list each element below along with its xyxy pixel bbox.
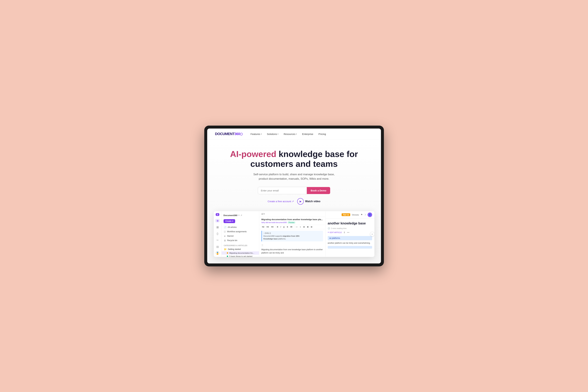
editor-content: :::(Info) () Document360 supports migrat… (259, 229, 325, 256)
screen: DOCUMENT 36 0 Features ▾ Solutions ▾ Res… (207, 128, 381, 264)
recycle-item[interactable]: 🗑 Recycle bin (222, 238, 259, 243)
nav-links: Features ▾ Solutions ▾ Resources ▾ Enter… (250, 133, 326, 136)
sidebar-icon-badge[interactable]: 🏅 (215, 251, 220, 255)
doc360-label: Document360 ▾ ↗ (224, 214, 242, 216)
sidebar-icon-grid[interactable]: ▦ (215, 226, 220, 229)
email-form: Book a Demo (215, 187, 373, 194)
toolbar-underline[interactable]: U (283, 226, 285, 228)
sidebar-icon-docs[interactable]: ▤ (215, 245, 220, 248)
preview-nav: Sign up Glossary ⚑ ☽ 👤 (325, 211, 374, 218)
drag-handle[interactable]: ⠿ (261, 243, 323, 248)
create-account-link[interactable]: Create a free account ↗ (268, 200, 294, 203)
nav-item-pricing[interactable]: Pricing (318, 133, 326, 136)
left-panel-items: 📄 All articles ☑ Workflow assignments ★ … (222, 224, 259, 243)
all-articles-item[interactable]: 📄 All articles (222, 225, 259, 230)
logo: DOCUMENT 36 0 (215, 132, 243, 136)
preview-icons: ⚑ ☽ (361, 214, 366, 216)
preview-meta: 🕐 2 mins reading time (328, 227, 372, 230)
folder-getting-started[interactable]: 📁 Getting started (222, 247, 259, 251)
editor-top-bar: v2 ▾ (259, 211, 325, 217)
toolbar-strike[interactable]: S (286, 226, 289, 228)
more-icon[interactable]: ••• (347, 231, 349, 234)
toolbar-hr[interactable]: — (295, 226, 298, 228)
left-panel: Document360 ▾ ↗ Create ▾ 📄 (222, 211, 259, 257)
avatar: 👤 (368, 212, 372, 217)
toolbar-h3[interactable]: H3 (266, 226, 270, 228)
preview-title: another knowledge base (328, 221, 372, 226)
preview-highlight-2 (328, 246, 372, 248)
hero-section: AI-powered knowledge base for customers … (207, 140, 381, 211)
article-basic[interactable]: 5 basic things to get started (222, 255, 259, 257)
preview-nav-right: Sign up Glossary ⚑ ☽ 👤 (342, 212, 372, 217)
play-icon: ▶ (297, 198, 304, 205)
article-migrating[interactable]: Migrating documentation fro... (222, 251, 259, 255)
app-preview: D ⊕ ▦ {} ✂ ▤ 🏅 Document360 ▾ ↗ (207, 211, 381, 264)
toolbar-h2[interactable]: H2 (261, 226, 265, 228)
toolbar-image[interactable]: ⊟ (310, 226, 313, 228)
hero-subtitle: Self-service platform to build, share an… (252, 172, 337, 181)
preview-content: another knowledge base 🕐 2 mins reading … (325, 218, 374, 252)
preview-panel: Sign up Glossary ⚑ ☽ 👤 another knowledge… (325, 211, 374, 257)
laptop-frame: DOCUMENT 36 0 Features ▾ Solutions ▾ Res… (204, 126, 384, 266)
glossary-link[interactable]: Glossary (352, 214, 359, 216)
starred-item[interactable]: ★ Starred (222, 234, 259, 238)
editor-title: Migrating documentation from another kno… (259, 217, 325, 221)
moon-icon: ☽ (364, 214, 366, 216)
create-button[interactable]: Create ▾ (224, 219, 235, 223)
toolbar-list-ul[interactable]: ≡ (299, 226, 301, 228)
sidebar-icon-code[interactable]: {} (215, 232, 220, 236)
nav-item-solutions[interactable]: Solutions ▾ (267, 133, 279, 136)
share-icon[interactable]: ⬆ (343, 231, 345, 234)
book-demo-button[interactable]: Book a Demo (307, 187, 330, 194)
nav-item-resources[interactable]: Resources ▾ (284, 133, 297, 136)
workflow-item[interactable]: ☑ Workflow assignments (222, 230, 259, 234)
toolbar-h4[interactable]: H4 (271, 226, 274, 228)
nav-item-features[interactable]: Features ▾ (250, 133, 262, 136)
navbar: DOCUMENT 36 0 Features ▾ Solutions ▾ Res… (207, 128, 381, 140)
hero-actions: Create a free account ↗ ▶ Watch video (215, 198, 373, 205)
editor-info-box: :::(Info) () Document360 supports migrat… (261, 231, 323, 242)
clock-icon: 🕐 (328, 227, 330, 230)
toolbar-italic[interactable]: I (280, 226, 282, 228)
doc360-icon: D (216, 213, 219, 216)
edit-article-link[interactable]: ✏ EDIT ARTICLE (328, 231, 342, 234)
preview-badge: Preview (287, 221, 296, 224)
toolbar-bold[interactable]: B (276, 226, 279, 228)
left-panel-header: Document360 ▾ ↗ (222, 213, 259, 218)
toggle-preview-button[interactable]: ‹› (370, 232, 374, 236)
editor-panel: v2 ▾ Migrating documentation from anothe… (259, 211, 325, 257)
toolbar-99[interactable]: 99 (290, 226, 293, 228)
preview-highlight: se platforms. (328, 236, 372, 240)
sidebar-icon-settings[interactable]: ✂ (215, 238, 220, 242)
preview-text: another platform can be tricky and overw… (328, 242, 372, 245)
sidebar-icon-home[interactable]: ⊕ (215, 219, 220, 222)
watch-video-button[interactable]: ▶ Watch video (297, 198, 320, 205)
flag-icon: ⚑ (361, 214, 363, 216)
hero-title: AI-powered knowledge base for customers … (215, 149, 373, 169)
preview-actions: ✏ EDIT ARTICLE ⬆ ••• (328, 231, 372, 234)
editor-breadcrumb: /why-did-we-build-document360 Preview (259, 221, 325, 225)
toolbar-table[interactable]: ⊞ (306, 226, 309, 228)
toolbar-list-ol[interactable]: ⊟ (303, 226, 305, 228)
sidebar-icons: D ⊕ ▦ {} ✂ ▤ 🏅 (214, 211, 222, 257)
nav-item-enterprise[interactable]: Enterprise (302, 133, 313, 136)
editor-toolbar: H2 H3 H4 B I U S 99 — ≡ ⊟ ⊞ ⊟ (259, 225, 325, 229)
app-window: D ⊕ ▦ {} ✂ ▤ 🏅 Document360 ▾ ↗ (214, 211, 374, 257)
categories-label: CATEGORIES & ARTICLES (222, 243, 259, 247)
editor-para: Migrating documentation from one knowled… (261, 248, 323, 254)
email-input[interactable] (258, 187, 307, 194)
sign-up-badge[interactable]: Sign up (342, 213, 350, 216)
version-badge: v2 ▾ (261, 213, 265, 215)
